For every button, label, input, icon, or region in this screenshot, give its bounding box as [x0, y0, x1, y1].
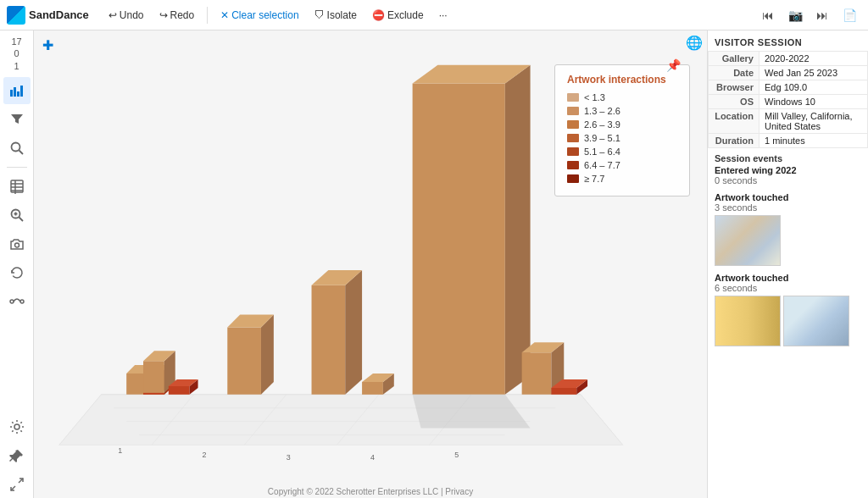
main-area: 17 0 1	[0, 30, 868, 498]
event-item: Artwork touched 3 seconds	[715, 192, 861, 266]
brand-icon	[7, 6, 25, 25]
camera-button[interactable]: 📷	[783, 3, 807, 27]
event-time: 0 seconds	[715, 175, 861, 185]
app-name: SandDance	[29, 8, 89, 21]
more-button[interactable]: ···	[433, 7, 453, 24]
svg-marker-36	[143, 361, 164, 395]
svg-marker-48	[505, 65, 531, 395]
info-label: Location	[709, 109, 760, 134]
legend-label: < 1.3	[584, 92, 605, 102]
count-17: 17	[11, 36, 21, 47]
info-row: LocationMill Valley, California, United …	[709, 109, 868, 134]
svg-text:4: 4	[370, 453, 375, 462]
count-1: 1	[14, 60, 19, 72]
bar-3	[312, 270, 363, 395]
exclude-button[interactable]: ⛔ Exclude	[366, 7, 430, 24]
svg-point-16	[10, 300, 14, 303]
info-row: Duration1 minutes	[709, 134, 868, 148]
legend-pin-icon: 📌	[666, 58, 681, 72]
info-value: Mill Valley, California, United States	[760, 109, 868, 134]
svg-text:1: 1	[118, 446, 122, 455]
sidebar-icon-zoom[interactable]	[3, 202, 31, 229]
legend-color-swatch	[567, 161, 579, 169]
clear-selection-button[interactable]: ✕ Clear selection	[214, 7, 304, 24]
event-name: Artwork touched	[715, 192, 861, 202]
events-scroll[interactable]: Entered wing 2022 0 seconds Artwork touc…	[708, 165, 868, 498]
legend-color-swatch	[567, 134, 579, 142]
next-button[interactable]: ⏭	[810, 3, 834, 27]
sidebar-icon-filter[interactable]	[3, 106, 31, 133]
info-value: Edg 109.0	[760, 80, 868, 95]
info-label: Gallery	[709, 52, 760, 66]
info-label: Browser	[709, 80, 760, 95]
svg-line-12	[19, 217, 23, 221]
sidebar-icon-pin[interactable]	[3, 442, 31, 469]
event-thumbnail	[783, 296, 849, 346]
event-item: Entered wing 2022 0 seconds	[715, 165, 861, 185]
svg-point-15	[14, 243, 19, 247]
legend-item: 5.1 – 6.4	[567, 147, 677, 157]
svg-rect-1	[14, 87, 16, 97]
event-name: Artwork touched	[715, 273, 861, 283]
page-button[interactable]: 📄	[837, 3, 861, 27]
isolate-icon: ⛉	[314, 9, 325, 21]
legend-color-swatch	[567, 174, 579, 183]
event-thumbnail	[715, 215, 781, 266]
exclude-icon: ⛔	[372, 9, 385, 21]
info-label: Date	[709, 66, 760, 80]
sidebar-icon-path[interactable]	[3, 288, 31, 315]
isolate-button[interactable]: ⛉ Isolate	[309, 7, 363, 24]
legend-item: < 1.3	[567, 92, 677, 102]
sidebar-icon-camera[interactable]	[3, 230, 31, 257]
prev-button[interactable]: ⏮	[756, 3, 780, 27]
svg-marker-54	[169, 386, 190, 395]
chart-footer: Copyright © 2022 Scherotter Enterprises …	[34, 485, 707, 498]
sidebar-icon-chart[interactable]	[3, 77, 31, 104]
app-brand: SandDance	[7, 6, 89, 25]
info-value: 1 minutes	[760, 134, 868, 148]
event-time: 3 seconds	[715, 202, 861, 213]
legend-label: 2.6 – 3.9	[584, 119, 620, 130]
info-table: Gallery2020-2022DateWed Jan 25 2023Brows…	[708, 51, 868, 148]
svg-marker-44	[312, 285, 346, 395]
sidebar-counts: 17 0 1	[11, 34, 21, 75]
legend-label: 6.4 – 7.7	[584, 160, 620, 170]
svg-marker-41	[227, 327, 261, 394]
svg-marker-45	[345, 270, 362, 395]
legend-item: 2.6 – 3.9	[567, 119, 677, 130]
info-label: OS	[709, 95, 760, 109]
event-time: 6 seconds	[715, 283, 861, 293]
legend-label: ≥ 7.7	[584, 174, 604, 184]
legend-color-swatch	[567, 147, 579, 156]
legend-item: 1.3 – 2.6	[567, 106, 677, 116]
bar-2	[227, 315, 274, 395]
svg-point-4	[11, 142, 19, 151]
info-row: DateWed Jan 25 2023	[709, 66, 868, 80]
info-value: Windows 10	[760, 95, 868, 109]
svg-text:2: 2	[203, 451, 207, 459]
sidebar-icon-settings[interactable]	[3, 413, 31, 440]
svg-line-5	[19, 150, 23, 154]
legend-item: 6.4 – 7.7	[567, 160, 677, 170]
separator	[207, 7, 208, 24]
sidebar-icon-search[interactable]	[3, 135, 31, 162]
event-item: Artwork touched 6 seconds	[715, 273, 861, 346]
sidebar: 17 0 1	[0, 30, 34, 498]
count-0: 0	[14, 47, 19, 59]
topbar: SandDance ↩ Undo ↪ Redo ✕ Clear selectio…	[0, 0, 868, 30]
legend-item: ≥ 7.7	[567, 174, 677, 184]
sidebar-icon-table[interactable]	[3, 173, 31, 200]
session-events-title: Session events	[708, 148, 868, 165]
svg-marker-42	[261, 315, 274, 395]
sidebar-divider	[7, 167, 27, 168]
event-name: Entered wing 2022	[715, 165, 861, 175]
legend-title: Artwork interactions	[567, 74, 677, 86]
sidebar-icon-history[interactable]	[3, 259, 31, 286]
undo-button[interactable]: ↩ Undo	[103, 7, 150, 24]
panel-title: VISITOR SESSION	[708, 30, 868, 51]
svg-marker-22	[59, 395, 623, 445]
info-row: BrowserEdg 109.0	[709, 80, 868, 95]
chart-area[interactable]: ✚ 🌐	[34, 30, 707, 498]
redo-button[interactable]: ↪ Redo	[153, 7, 201, 24]
sidebar-icon-expand[interactable]	[3, 471, 31, 498]
